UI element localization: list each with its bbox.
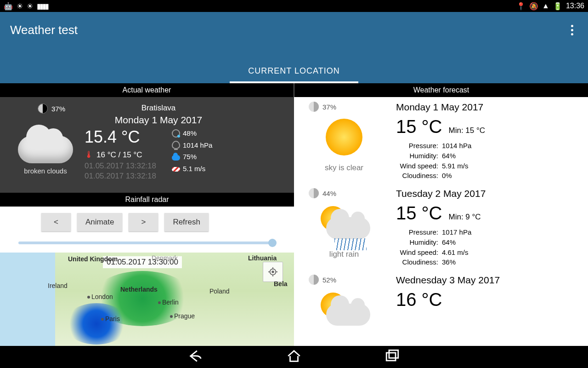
nav-recents-button[interactable]: [384, 348, 400, 366]
moon-icon: [309, 275, 319, 285]
fc-pressure-label: Pressure:: [396, 141, 438, 151]
fc-date: Monday 1 May 2017: [396, 102, 580, 113]
moon-percent: 37%: [51, 105, 65, 113]
actual-city: Bratislava: [29, 104, 288, 113]
radar-header: Rainfall radar: [0, 193, 294, 207]
fc-wind: 5.91 m/s: [442, 161, 469, 171]
fc-condition: sky is clear: [305, 163, 383, 172]
cloudiness-icon: [172, 155, 180, 161]
moon-icon: [309, 188, 319, 198]
nav-bar: [0, 346, 588, 368]
map-locate-button[interactable]: [263, 262, 283, 282]
map-label-prague: Prague: [170, 312, 195, 320]
svg-rect-6: [386, 353, 396, 361]
map-label-london: London: [87, 293, 113, 300]
radar-refresh-button[interactable]: Refresh: [164, 213, 209, 231]
map-label-lithuania: Lithuania: [248, 254, 277, 262]
map-label-uk: United Kingdom: [68, 255, 118, 263]
map-label-bela: Bela: [274, 280, 288, 288]
column-actual: 37% Bratislava Monday 1 May 2017 broken …: [0, 97, 294, 348]
fc-humidity-label: Humidity:: [396, 151, 438, 161]
map-label-paris: Paris: [101, 315, 120, 322]
radar-next-button[interactable]: >: [129, 213, 158, 231]
wind-icon: [172, 167, 180, 172]
actual-humidity: 48%: [183, 127, 197, 139]
actual-condition: broken clouds: [6, 167, 85, 175]
fc-wind-label: Wind speed:: [396, 247, 438, 258]
radar-slider[interactable]: [18, 242, 276, 244]
fc-date: Tuesday 2 May 2017: [396, 188, 580, 199]
fc-pressure: 1014 hPa: [442, 141, 471, 151]
nav-back-button[interactable]: [188, 348, 204, 366]
column-headers: Actual weather Weather forecast: [0, 83, 588, 97]
fc-moon-percent: 37%: [322, 103, 336, 111]
radar-slider-thumb[interactable]: [268, 239, 277, 247]
radar-slider-wrap: [0, 238, 294, 253]
forecast-item: 52% Wednesday 3 May 2017 16 °C: [294, 270, 588, 338]
map-label-poland: Poland: [209, 288, 230, 295]
pressure-icon: [172, 141, 180, 149]
header-actual-weather: Actual weather: [0, 83, 294, 97]
radar-controls: < Animate > Refresh: [0, 207, 294, 238]
cloud-icon: [18, 136, 73, 163]
fc-stats: Pressure:1014 hPa Humidity:64% Wind spee…: [396, 141, 580, 181]
map-label-ireland: Ireland: [48, 282, 68, 289]
fc-stats: Pressure:1017 hPa Humidity:64% Wind spee…: [396, 227, 580, 267]
status-time: 13:36: [566, 2, 584, 10]
brightness-icon: ☀: [17, 2, 23, 11]
cloud-icon: [326, 217, 370, 239]
actual-temperature: 15.4 °C: [85, 127, 172, 147]
fc-moon-percent: 44%: [322, 190, 336, 197]
actual-high-low: 16 °C / 15 °C: [96, 150, 142, 160]
location-icon: 📍: [516, 2, 526, 11]
radar-prev-button[interactable]: <: [41, 213, 71, 231]
android-icon: 🤖: [4, 2, 13, 11]
fc-min: Min: 9 °C: [449, 213, 481, 222]
actual-wind: 5.1 m/s: [183, 163, 205, 175]
main-content: 37% Bratislava Monday 1 May 2017 broken …: [0, 97, 588, 348]
fc-humidity: 64%: [442, 237, 456, 247]
fc-cloud: 36%: [442, 257, 456, 267]
thermometer-icon: 🌡: [85, 150, 94, 160]
forecast-item: 44% light rain Tuesday 2 May 2017 15 °C …: [294, 184, 588, 270]
fc-humidity-label: Humidity:: [396, 237, 438, 247]
rain-icon: [334, 238, 367, 250]
fc-date: Wednesday 3 May 2017: [396, 275, 580, 286]
actual-ts2: 01.05.2017 13:32:18: [85, 171, 172, 181]
app-title: Weather test: [10, 23, 78, 37]
fc-temp: 15 °C: [396, 116, 442, 137]
fc-condition: light rain: [305, 250, 383, 259]
app-bar: Weather test CURRENT LOCATION: [0, 12, 588, 83]
fc-cloud-label: Cloudiness:: [396, 171, 438, 181]
map-label-berlin: Berlin: [158, 299, 179, 306]
actual-date: Monday 1 May 2017: [29, 115, 288, 126]
moon-icon: [309, 102, 319, 112]
mute-icon: 🔕: [529, 2, 538, 11]
column-forecast[interactable]: 37% sky is clear Monday 1 May 2017 15 °C…: [294, 97, 588, 348]
sun-icon: [326, 119, 362, 155]
cloud-icon: [326, 304, 370, 326]
map-precipitation-heavy: [64, 303, 129, 345]
status-bar: 🤖 ☀ ☀ ▮▮▮▮ 📍 🔕 ▲ 🔋 13:36: [0, 0, 588, 12]
fc-pressure-label: Pressure:: [396, 227, 438, 237]
nav-home-button[interactable]: [286, 348, 302, 366]
tab-current-location[interactable]: CURRENT LOCATION: [230, 59, 358, 83]
header-weather-forecast: Weather forecast: [294, 83, 588, 97]
fc-temp: 15 °C: [396, 203, 442, 224]
fc-pressure: 1017 hPa: [442, 227, 471, 237]
actual-weather-panel: 37% Bratislava Monday 1 May 2017 broken …: [0, 97, 294, 193]
barcode-icon: ▮▮▮▮: [37, 2, 48, 11]
moon-icon: [38, 104, 48, 114]
actual-pressure: 1014 hPa: [183, 139, 212, 151]
overflow-menu-button[interactable]: [566, 22, 578, 38]
forecast-item: 37% sky is clear Monday 1 May 2017 15 °C…: [294, 97, 588, 184]
fc-min: Min: 15 °C: [449, 126, 486, 135]
svg-point-1: [272, 271, 274, 273]
fc-moon-percent: 52%: [322, 276, 336, 284]
actual-cloudiness: 75%: [183, 151, 197, 163]
fc-cloud: 0%: [442, 171, 452, 181]
fc-cloud-label: Cloudiness:: [396, 257, 438, 267]
radar-animate-button[interactable]: Animate: [77, 213, 122, 231]
brightness-icon-2: ☀: [27, 2, 33, 11]
radar-map[interactable]: 01.05.2017 13:30:00 United Kingdom Irela…: [0, 253, 294, 348]
